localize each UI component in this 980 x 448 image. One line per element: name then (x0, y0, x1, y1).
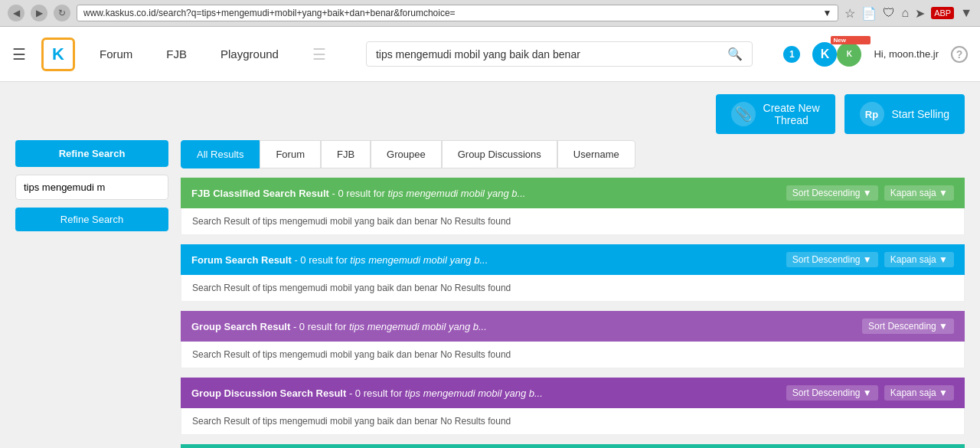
group-result-title: Group Search Result - 0 result for tips … (191, 321, 487, 332)
forum-result-body: Search Result of tips mengemudi mobil ya… (181, 275, 965, 302)
start-selling-label: Start Selling (892, 108, 949, 120)
group-discussion-kapan-button[interactable]: Kapan saja ▼ (884, 385, 954, 401)
hamburger-menu[interactable]: ☰ (12, 45, 26, 64)
refine-search-button[interactable]: Refine Search (15, 208, 168, 231)
app-header: ☰ K Forum FJB Playground ☰ 🔍 1 K K New H… (0, 27, 980, 82)
group-discussion-result-title: Group Discussion Search Result - 0 resul… (191, 388, 543, 399)
group-discussion-sort-button[interactable]: Sort Descending ▼ (786, 385, 878, 401)
group-discussion-result-section: Group Discussion Search Result - 0 resul… (181, 378, 965, 435)
sidebar: Refine Search Refine Search (15, 140, 168, 448)
tab-group-discussions[interactable]: Group Discussions (442, 140, 557, 168)
forward-button[interactable]: ▶ (31, 5, 47, 21)
browser-icons: ☆ 📄 🛡 ⌂ ➤ ABP ▼ (844, 6, 972, 21)
user-greeting: Hi, moon.the.jr (874, 48, 939, 60)
forum-result-title: Forum Search Result - 0 result for tips … (191, 254, 488, 266)
group-discussion-result-controls: Sort Descending ▼ Kapan saja ▼ (786, 385, 954, 401)
create-thread-icon: 📎 (731, 102, 756, 126)
forum-result-header: Forum Search Result - 0 result for tips … (181, 244, 965, 275)
fjb-result-body: Search Result of tips mengemudi mobil ya… (181, 208, 965, 235)
sidebar-search-input[interactable] (15, 175, 168, 200)
forum-kapan-button[interactable]: Kapan saja ▼ (884, 252, 954, 267)
username-result-header: Username Search Result - 0 result for ti… (181, 444, 965, 448)
group-result-controls: Sort Descending ▼ (862, 319, 954, 334)
dropdown-icon: ▼ (823, 8, 832, 18)
forum-sort-button[interactable]: Sort Descending ▼ (786, 252, 878, 267)
group-discussion-result-header: Group Discussion Search Result - 0 resul… (181, 378, 965, 408)
url-text: www.kaskus.co.id/search?q=tips+mengemudi… (83, 8, 456, 18)
tab-fjb[interactable]: FJB (321, 140, 371, 168)
fjb-result-header: FJB Classified Search Result - 0 result … (181, 178, 965, 208)
nav-more-icon[interactable]: ☰ (303, 45, 335, 64)
group-result-header: Group Search Result - 0 result for tips … (181, 311, 965, 342)
kaskus-logo-small: K K New (812, 42, 861, 67)
back-button[interactable]: ◀ (8, 5, 24, 21)
main-content: Refine Search Refine Search All Results … (0, 140, 980, 448)
create-thread-button[interactable]: 📎 Create New Thread (716, 94, 835, 134)
tab-all-results[interactable]: All Results (181, 140, 260, 168)
help-icon[interactable]: ? (951, 46, 968, 63)
group-result-body: Search Result of tips mengemudi mobil ya… (181, 342, 965, 368)
header-search-input[interactable] (376, 48, 728, 60)
header-search-icon[interactable]: 🔍 (727, 47, 743, 61)
tab-forum[interactable]: Forum (260, 140, 321, 168)
create-thread-label: Create New Thread (763, 102, 820, 126)
notification-badge[interactable]: 1 (783, 46, 800, 63)
fjb-result-controls: Sort Descending ▼ Kapan saja ▼ (786, 185, 954, 201)
refresh-button[interactable]: ↻ (54, 5, 70, 21)
tab-groupee[interactable]: Groupee (371, 140, 442, 168)
nav-playground[interactable]: Playground (211, 47, 288, 60)
forum-result-controls: Sort Descending ▼ Kapan saja ▼ (786, 252, 954, 267)
fjb-kapan-button[interactable]: Kapan saja ▼ (884, 185, 954, 201)
kaskus-logo[interactable]: K (41, 38, 75, 71)
abp-icon[interactable]: ABP (931, 7, 954, 19)
tab-username[interactable]: Username (557, 140, 635, 168)
send-icon[interactable]: ➤ (915, 6, 925, 21)
rp-icon: Rp (860, 102, 884, 126)
refine-search-header: Refine Search (15, 140, 168, 167)
fjb-sort-button[interactable]: Sort Descending ▼ (786, 185, 878, 201)
username-result-section: Username Search Result - 0 result for ti… (181, 444, 965, 448)
address-bar[interactable]: www.kaskus.co.id/search?q=tips+mengemudi… (77, 5, 838, 21)
k-green-circle: K New (837, 42, 861, 67)
nav-fjb[interactable]: FJB (157, 47, 196, 60)
fjb-result-title: FJB Classified Search Result - 0 result … (191, 188, 525, 199)
nav-forum[interactable]: Forum (90, 47, 142, 60)
bookmark-icon[interactable]: ☆ (844, 6, 855, 21)
reader-icon[interactable]: 📄 (861, 6, 877, 21)
group-result-section: Group Search Result - 0 result for tips … (181, 311, 965, 368)
new-badge: New (831, 36, 871, 44)
shield-icon[interactable]: 🛡 (883, 6, 895, 20)
k-blue-circle: K (812, 42, 837, 67)
header-search-bar[interactable]: 🔍 (366, 41, 753, 67)
search-tabs: All Results Forum FJB Groupee Group Disc… (181, 140, 965, 168)
browser-bar: ◀ ▶ ↻ www.kaskus.co.id/search?q=tips+men… (0, 0, 980, 27)
group-sort-button[interactable]: Sort Descending ▼ (862, 319, 954, 334)
menu-icon[interactable]: ▼ (960, 6, 972, 20)
fjb-result-section: FJB Classified Search Result - 0 result … (181, 178, 965, 235)
start-selling-button[interactable]: Rp Start Selling (844, 94, 965, 134)
results-area: All Results Forum FJB Groupee Group Disc… (181, 140, 965, 448)
group-discussion-result-body: Search Result of tips mengemudi mobil ya… (181, 408, 965, 435)
forum-result-section: Forum Search Result - 0 result for tips … (181, 244, 965, 302)
home-icon[interactable]: ⌂ (901, 6, 909, 20)
header-right: 1 K K New Hi, moon.the.jr ? (783, 42, 968, 67)
action-area: 📎 Create New Thread Rp Start Selling (0, 82, 980, 140)
